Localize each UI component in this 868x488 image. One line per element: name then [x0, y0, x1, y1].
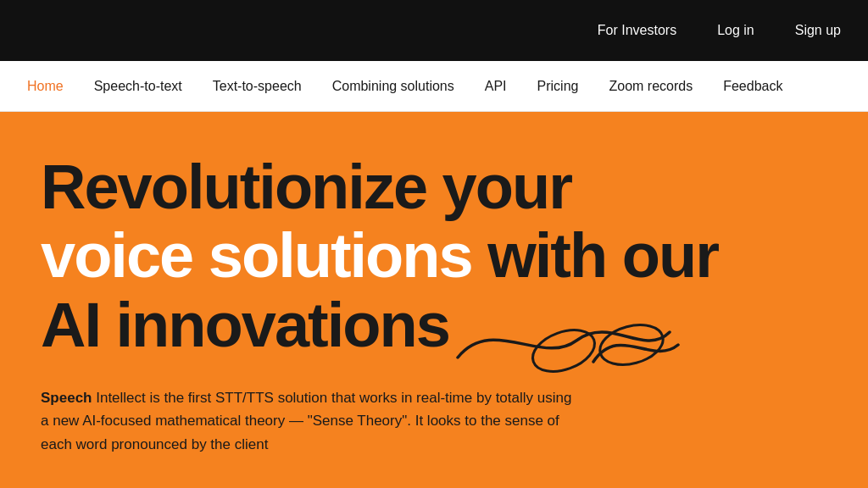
- top-header: For Investors Log in Sign up: [0, 0, 868, 61]
- signup-link[interactable]: Sign up: [795, 23, 841, 38]
- nav-item-home[interactable]: Home: [27, 79, 64, 94]
- main-nav: Home Speech-to-text Text-to-speech Combi…: [0, 61, 868, 112]
- nav-item-combining-solutions[interactable]: Combining solutions: [332, 79, 454, 94]
- svg-point-0: [527, 322, 600, 379]
- nav-item-pricing[interactable]: Pricing: [537, 79, 579, 94]
- hero-description: Speech Intellect is the first STT/TTS so…: [41, 386, 583, 456]
- hero-title: Revolutionize your voice solutions with …: [41, 152, 827, 359]
- decorative-swirl: [441, 298, 695, 383]
- hero-line2-rest: with our: [472, 220, 718, 291]
- investors-link[interactable]: For Investors: [598, 23, 676, 38]
- hero-highlight: voice solutions: [41, 220, 472, 291]
- hero-description-rest: Intellect is the first STT/TTS solution …: [41, 390, 571, 452]
- hero-section: Revolutionize your voice solutions with …: [0, 112, 868, 488]
- hero-description-bold: Speech: [41, 390, 92, 406]
- nav-item-speech-to-text[interactable]: Speech-to-text: [94, 79, 182, 94]
- nav-item-feedback[interactable]: Feedback: [723, 79, 782, 94]
- nav-item-zoom-records[interactable]: Zoom records: [609, 79, 693, 94]
- nav-item-api[interactable]: API: [485, 79, 507, 94]
- hero-line3: AI innovations: [41, 290, 449, 360]
- login-link[interactable]: Log in: [717, 23, 754, 38]
- nav-item-text-to-speech[interactable]: Text-to-speech: [213, 79, 302, 94]
- hero-line1: Revolutionize your: [41, 152, 571, 222]
